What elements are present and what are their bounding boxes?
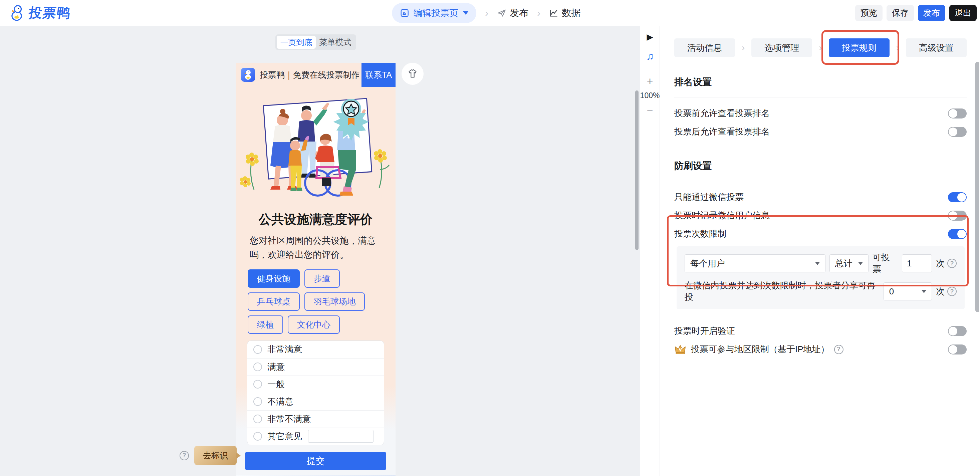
tab-one-page[interactable]: 一页到底 [277, 36, 316, 49]
save-button[interactable]: 保存 [886, 5, 914, 21]
option-label: 一般 [267, 379, 285, 390]
crown-icon [674, 344, 686, 355]
zoom-out-button[interactable]: − [647, 105, 653, 116]
toggle-region-limit[interactable] [948, 344, 967, 355]
phone-preview: 投票鸭｜免费在线投票制作 联系TA [235, 63, 396, 476]
remove-brand-tooltip[interactable]: 去标识 [194, 446, 237, 465]
help-icon[interactable]: ? [947, 259, 957, 268]
setting-row: 投票可参与地区限制（基于IP地址） ? [674, 340, 967, 358]
tab-advanced[interactable]: 高级设置 [906, 38, 967, 57]
times-unit: 次 ? [936, 258, 957, 269]
vote-title[interactable]: 公共设施满意度评价 [235, 211, 396, 228]
vote-limit-panel: 每个用户 总计 可投票 次 ? 在微信内投票并达到次数限制时，投票者 [676, 246, 965, 309]
share-unit-label: 次 [936, 286, 945, 298]
preview-button[interactable]: 预览 [855, 5, 883, 21]
data-step[interactable]: 数据 [549, 7, 581, 19]
tag-item[interactable]: 健身设施 [248, 269, 300, 288]
music-icon[interactable]: ♫ [646, 50, 654, 62]
tab-separator: › [819, 42, 822, 53]
tag-item[interactable]: 绿植 [248, 315, 283, 334]
tab-menu-mode[interactable]: 菜单模式 [316, 36, 355, 49]
settings-scrollbar-thumb[interactable] [975, 62, 979, 312]
publish-button[interactable]: 发布 [918, 5, 945, 21]
people-illustration [235, 89, 396, 203]
phone-top-bar-title: 投票鸭｜免费在线投票制作 [260, 69, 360, 80]
tab-separator: › [742, 42, 745, 53]
toggle-record-wechat-user[interactable] [948, 211, 967, 221]
send-icon [497, 8, 506, 18]
edit-icon [400, 8, 409, 18]
data-step-label: 数据 [562, 7, 581, 19]
tag-item[interactable]: 步道 [304, 269, 340, 288]
toggle-rank-after[interactable] [948, 127, 967, 137]
radio-icon[interactable] [253, 397, 262, 406]
submit-button[interactable]: 提交 [245, 452, 386, 470]
play-icon[interactable]: ▶ [646, 32, 653, 42]
toggle-verify[interactable] [948, 326, 967, 336]
tshirt-icon [407, 68, 418, 80]
breadcrumb: 编辑投票页 › 发布 › 数据 [392, 0, 581, 26]
region-limit-label: 投票可参与地区限制（基于IP地址） [691, 344, 829, 355]
setting-label: 投票次数限制 [674, 228, 726, 240]
radio-icon[interactable] [253, 363, 262, 371]
setting-label: 投票时开启验证 [674, 325, 735, 337]
option-label: 满意 [267, 361, 285, 373]
contact-ta-button[interactable]: 联系TA [361, 63, 396, 87]
radio-icon[interactable] [253, 345, 262, 354]
radio-icon[interactable] [253, 415, 262, 423]
other-opinion-input[interactable] [308, 430, 374, 443]
period-select[interactable]: 总计 [829, 254, 869, 272]
option-row-other[interactable]: 其它意见 [247, 428, 384, 445]
settings-tabs: 活动信息 › 选项管理 › 投票规则 › 高级设置 [674, 38, 967, 57]
help-icon[interactable]: ? [834, 345, 843, 354]
app: 投票鸭 编辑投票页 › 发布 [0, 0, 980, 476]
zoom-level: 100% [640, 91, 660, 100]
setting-row: 投票前允许查看投票排名 [674, 104, 967, 123]
header-actions: 预览 保存 发布 退出 [855, 5, 977, 21]
help-icon[interactable]: ? [947, 287, 957, 296]
tag-item[interactable]: 文化中心 [288, 315, 340, 334]
option-row[interactable]: 满意 [247, 358, 384, 376]
share-unit: 次 ? [936, 286, 957, 298]
publish-step[interactable]: 发布 [497, 7, 528, 19]
chevron-down-icon [815, 262, 820, 265]
phone-top-bar: 投票鸭｜免费在线投票制作 联系TA [235, 63, 396, 87]
option-row[interactable]: 一般 [247, 376, 384, 393]
toggle-wechat-only[interactable] [948, 192, 967, 202]
tag-item[interactable]: 乒乓球桌 [248, 292, 300, 311]
option-row[interactable]: 非常满意 [247, 341, 384, 358]
toggle-vote-limit[interactable] [948, 229, 967, 239]
phone-footer-banner[interactable]: 投票鸭 继续投票 ▶ [235, 474, 396, 476]
setting-label: 投票前允许查看投票排名 [674, 107, 770, 119]
main: 一页到底 菜单模式 [0, 26, 980, 476]
zoom-in-button[interactable]: + [647, 76, 653, 86]
radio-icon[interactable] [253, 380, 262, 388]
logo-wordmark: 投票鸭 [27, 4, 72, 22]
tab-activity-info[interactable]: 活动信息 [674, 38, 735, 57]
edit-vote-page-button[interactable]: 编辑投票页 [392, 3, 476, 23]
tab-vote-rules[interactable]: 投票规则 [829, 38, 889, 57]
chevron-down-icon [463, 11, 468, 15]
theme-skin-button[interactable] [401, 63, 423, 85]
radio-icon[interactable] [253, 432, 262, 441]
vote-times-input[interactable] [902, 254, 932, 272]
setting-label: 投票可参与地区限制（基于IP地址） ? [674, 344, 843, 355]
share-revote-select[interactable]: 0 [883, 282, 932, 301]
scope-select-value: 每个用户 [690, 258, 725, 269]
remove-brand-row: ? 去标识 [180, 446, 237, 465]
help-icon[interactable]: ? [180, 451, 189, 460]
publish-step-label: 发布 [510, 7, 528, 19]
scope-select[interactable]: 每个用户 [685, 254, 826, 272]
option-list: 非常满意 满意 一般 不满意 [247, 341, 384, 445]
tag-item[interactable]: 羽毛球场地 [304, 292, 365, 311]
divider [674, 97, 967, 97]
tab-separator: › [896, 42, 899, 53]
option-row[interactable]: 不满意 [247, 393, 384, 410]
preview-scrollbar-thumb[interactable] [635, 91, 638, 250]
option-row[interactable]: 非常不满意 [247, 410, 384, 428]
vote-description[interactable]: 您对社区周围的公共设施，满意吗，欢迎给出您的评价。 [250, 234, 382, 262]
option-label: 非常满意 [267, 344, 302, 355]
exit-button[interactable]: 退出 [949, 5, 977, 21]
tab-option-manage[interactable]: 选项管理 [751, 38, 812, 57]
toggle-rank-before[interactable] [948, 108, 967, 118]
